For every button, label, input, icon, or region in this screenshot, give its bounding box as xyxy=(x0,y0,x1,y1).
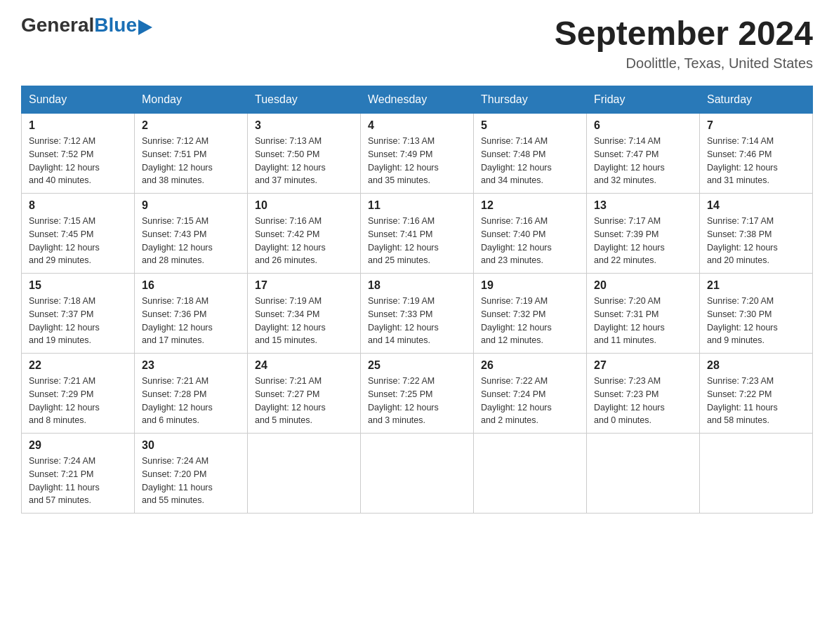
calendar-cell: 28Sunrise: 7:23 AMSunset: 7:22 PMDayligh… xyxy=(700,354,813,434)
day-info: Sunrise: 7:17 AMSunset: 7:39 PMDaylight:… xyxy=(594,215,692,267)
calendar-cell: 11Sunrise: 7:16 AMSunset: 7:41 PMDayligh… xyxy=(361,194,474,274)
day-info: Sunrise: 7:21 AMSunset: 7:27 PMDaylight:… xyxy=(255,375,353,427)
calendar-cell: 10Sunrise: 7:16 AMSunset: 7:42 PMDayligh… xyxy=(248,194,361,274)
calendar-week-row: 1Sunrise: 7:12 AMSunset: 7:52 PMDaylight… xyxy=(22,114,813,194)
day-number: 3 xyxy=(255,119,353,132)
day-info: Sunrise: 7:19 AMSunset: 7:32 PMDaylight:… xyxy=(481,295,579,347)
day-info: Sunrise: 7:12 AMSunset: 7:51 PMDaylight:… xyxy=(142,135,240,187)
day-info: Sunrise: 7:22 AMSunset: 7:25 PMDaylight:… xyxy=(368,375,466,427)
location-text: Doolittle, Texas, United States xyxy=(555,55,813,72)
logo-blue-text: Blue xyxy=(94,14,137,36)
day-number: 25 xyxy=(368,359,466,372)
day-info: Sunrise: 7:22 AMSunset: 7:24 PMDaylight:… xyxy=(481,375,579,427)
calendar-cell: 16Sunrise: 7:18 AMSunset: 7:36 PMDayligh… xyxy=(135,274,248,354)
calendar-cell: 9Sunrise: 7:15 AMSunset: 7:43 PMDaylight… xyxy=(135,194,248,274)
day-number: 13 xyxy=(594,199,692,212)
calendar-cell: 5Sunrise: 7:14 AMSunset: 7:48 PMDaylight… xyxy=(474,114,587,194)
day-header-tuesday: Tuesday xyxy=(248,86,361,114)
calendar-cell: 6Sunrise: 7:14 AMSunset: 7:47 PMDaylight… xyxy=(587,114,700,194)
calendar-cell: 17Sunrise: 7:19 AMSunset: 7:34 PMDayligh… xyxy=(248,274,361,354)
day-number: 6 xyxy=(594,119,692,132)
day-number: 27 xyxy=(594,359,692,372)
calendar-cell: 25Sunrise: 7:22 AMSunset: 7:25 PMDayligh… xyxy=(361,354,474,434)
calendar-header-row: SundayMondayTuesdayWednesdayThursdayFrid… xyxy=(22,86,813,114)
day-info: Sunrise: 7:23 AMSunset: 7:22 PMDaylight:… xyxy=(707,375,805,427)
day-info: Sunrise: 7:18 AMSunset: 7:36 PMDaylight:… xyxy=(142,295,240,347)
page-header: General Blue September 2024 Doolittle, T… xyxy=(21,14,813,72)
calendar-week-row: 22Sunrise: 7:21 AMSunset: 7:29 PMDayligh… xyxy=(22,354,813,434)
day-header-monday: Monday xyxy=(135,86,248,114)
calendar-cell: 2Sunrise: 7:12 AMSunset: 7:51 PMDaylight… xyxy=(135,114,248,194)
calendar-cell: 15Sunrise: 7:18 AMSunset: 7:37 PMDayligh… xyxy=(22,274,135,354)
calendar-cell: 21Sunrise: 7:20 AMSunset: 7:30 PMDayligh… xyxy=(700,274,813,354)
day-info: Sunrise: 7:24 AMSunset: 7:20 PMDaylight:… xyxy=(142,455,240,507)
day-header-sunday: Sunday xyxy=(22,86,135,114)
day-number: 16 xyxy=(142,279,240,292)
day-number: 14 xyxy=(707,199,805,212)
day-info: Sunrise: 7:16 AMSunset: 7:40 PMDaylight:… xyxy=(481,215,579,267)
day-info: Sunrise: 7:20 AMSunset: 7:30 PMDaylight:… xyxy=(707,295,805,347)
day-info: Sunrise: 7:15 AMSunset: 7:45 PMDaylight:… xyxy=(29,215,127,267)
day-info: Sunrise: 7:16 AMSunset: 7:41 PMDaylight:… xyxy=(368,215,466,267)
day-info: Sunrise: 7:21 AMSunset: 7:29 PMDaylight:… xyxy=(29,375,127,427)
calendar-cell xyxy=(361,434,474,514)
day-number: 29 xyxy=(29,439,127,452)
logo: General Blue xyxy=(21,14,152,36)
calendar-cell: 24Sunrise: 7:21 AMSunset: 7:27 PMDayligh… xyxy=(248,354,361,434)
day-info: Sunrise: 7:24 AMSunset: 7:21 PMDaylight:… xyxy=(29,455,127,507)
calendar-week-row: 15Sunrise: 7:18 AMSunset: 7:37 PMDayligh… xyxy=(22,274,813,354)
calendar-cell: 26Sunrise: 7:22 AMSunset: 7:24 PMDayligh… xyxy=(474,354,587,434)
day-info: Sunrise: 7:23 AMSunset: 7:23 PMDaylight:… xyxy=(594,375,692,427)
day-number: 28 xyxy=(707,359,805,372)
calendar-cell xyxy=(700,434,813,514)
day-number: 26 xyxy=(481,359,579,372)
day-number: 10 xyxy=(255,199,353,212)
calendar-cell: 8Sunrise: 7:15 AMSunset: 7:45 PMDaylight… xyxy=(22,194,135,274)
day-info: Sunrise: 7:14 AMSunset: 7:46 PMDaylight:… xyxy=(707,135,805,187)
day-number: 11 xyxy=(368,199,466,212)
day-info: Sunrise: 7:17 AMSunset: 7:38 PMDaylight:… xyxy=(707,215,805,267)
day-number: 23 xyxy=(142,359,240,372)
day-info: Sunrise: 7:16 AMSunset: 7:42 PMDaylight:… xyxy=(255,215,353,267)
calendar-cell: 19Sunrise: 7:19 AMSunset: 7:32 PMDayligh… xyxy=(474,274,587,354)
calendar-cell: 7Sunrise: 7:14 AMSunset: 7:46 PMDaylight… xyxy=(700,114,813,194)
calendar-cell: 3Sunrise: 7:13 AMSunset: 7:50 PMDaylight… xyxy=(248,114,361,194)
day-number: 2 xyxy=(142,119,240,132)
day-header-friday: Friday xyxy=(587,86,700,114)
day-number: 1 xyxy=(29,119,127,132)
day-number: 18 xyxy=(368,279,466,292)
calendar-cell: 12Sunrise: 7:16 AMSunset: 7:40 PMDayligh… xyxy=(474,194,587,274)
day-number: 30 xyxy=(142,439,240,452)
month-title: September 2024 xyxy=(555,14,813,53)
calendar-cell xyxy=(474,434,587,514)
day-info: Sunrise: 7:18 AMSunset: 7:37 PMDaylight:… xyxy=(29,295,127,347)
calendar-cell: 29Sunrise: 7:24 AMSunset: 7:21 PMDayligh… xyxy=(22,434,135,514)
day-header-thursday: Thursday xyxy=(474,86,587,114)
logo-text: General Blue xyxy=(21,14,152,36)
day-header-saturday: Saturday xyxy=(700,86,813,114)
logo-blue-part: Blue xyxy=(94,14,152,36)
calendar-table: SundayMondayTuesdayWednesdayThursdayFrid… xyxy=(21,86,813,514)
calendar-week-row: 29Sunrise: 7:24 AMSunset: 7:21 PMDayligh… xyxy=(22,434,813,514)
day-info: Sunrise: 7:19 AMSunset: 7:33 PMDaylight:… xyxy=(368,295,466,347)
calendar-cell: 23Sunrise: 7:21 AMSunset: 7:28 PMDayligh… xyxy=(135,354,248,434)
day-number: 12 xyxy=(481,199,579,212)
day-header-wednesday: Wednesday xyxy=(361,86,474,114)
day-number: 20 xyxy=(594,279,692,292)
logo-arrow-icon xyxy=(138,20,152,35)
day-number: 15 xyxy=(29,279,127,292)
calendar-cell: 1Sunrise: 7:12 AMSunset: 7:52 PMDaylight… xyxy=(22,114,135,194)
day-info: Sunrise: 7:19 AMSunset: 7:34 PMDaylight:… xyxy=(255,295,353,347)
day-number: 22 xyxy=(29,359,127,372)
calendar-cell: 22Sunrise: 7:21 AMSunset: 7:29 PMDayligh… xyxy=(22,354,135,434)
day-number: 21 xyxy=(707,279,805,292)
day-number: 7 xyxy=(707,119,805,132)
calendar-cell xyxy=(587,434,700,514)
day-info: Sunrise: 7:14 AMSunset: 7:48 PMDaylight:… xyxy=(481,135,579,187)
day-info: Sunrise: 7:13 AMSunset: 7:49 PMDaylight:… xyxy=(368,135,466,187)
logo-general-text: General xyxy=(21,14,94,36)
day-number: 9 xyxy=(142,199,240,212)
day-number: 19 xyxy=(481,279,579,292)
day-number: 4 xyxy=(368,119,466,132)
day-number: 8 xyxy=(29,199,127,212)
